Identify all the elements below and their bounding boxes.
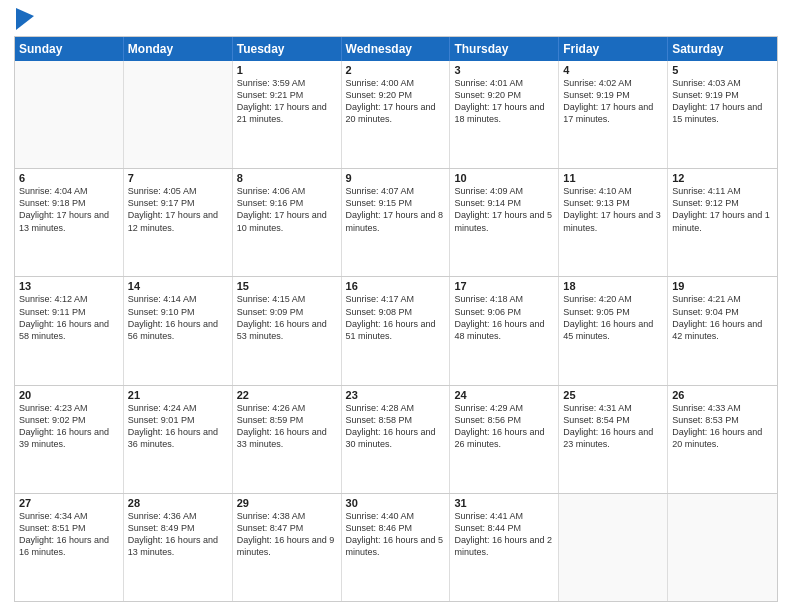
header-day-wednesday: Wednesday xyxy=(342,37,451,61)
day-number: 17 xyxy=(454,280,554,292)
day-number: 7 xyxy=(128,172,228,184)
calendar: SundayMondayTuesdayWednesdayThursdayFrid… xyxy=(14,36,778,602)
calendar-cell: 12Sunrise: 4:11 AM Sunset: 9:12 PM Dayli… xyxy=(668,169,777,276)
day-info: Sunrise: 4:24 AM Sunset: 9:01 PM Dayligh… xyxy=(128,402,228,451)
day-number: 25 xyxy=(563,389,663,401)
calendar-cell: 16Sunrise: 4:17 AM Sunset: 9:08 PM Dayli… xyxy=(342,277,451,384)
calendar-cell: 3Sunrise: 4:01 AM Sunset: 9:20 PM Daylig… xyxy=(450,61,559,168)
day-info: Sunrise: 4:40 AM Sunset: 8:46 PM Dayligh… xyxy=(346,510,446,559)
day-number: 30 xyxy=(346,497,446,509)
calendar-cell xyxy=(559,494,668,601)
day-number: 12 xyxy=(672,172,773,184)
day-number: 11 xyxy=(563,172,663,184)
day-number: 27 xyxy=(19,497,119,509)
calendar-cell: 23Sunrise: 4:28 AM Sunset: 8:58 PM Dayli… xyxy=(342,386,451,493)
day-info: Sunrise: 4:07 AM Sunset: 9:15 PM Dayligh… xyxy=(346,185,446,234)
calendar-row-4: 20Sunrise: 4:23 AM Sunset: 9:02 PM Dayli… xyxy=(15,385,777,493)
page-header xyxy=(14,10,778,30)
calendar-cell: 26Sunrise: 4:33 AM Sunset: 8:53 PM Dayli… xyxy=(668,386,777,493)
day-info: Sunrise: 4:06 AM Sunset: 9:16 PM Dayligh… xyxy=(237,185,337,234)
day-info: Sunrise: 4:03 AM Sunset: 9:19 PM Dayligh… xyxy=(672,77,773,126)
day-info: Sunrise: 4:14 AM Sunset: 9:10 PM Dayligh… xyxy=(128,293,228,342)
day-number: 10 xyxy=(454,172,554,184)
day-info: Sunrise: 4:18 AM Sunset: 9:06 PM Dayligh… xyxy=(454,293,554,342)
day-number: 28 xyxy=(128,497,228,509)
day-info: Sunrise: 4:29 AM Sunset: 8:56 PM Dayligh… xyxy=(454,402,554,451)
day-info: Sunrise: 4:26 AM Sunset: 8:59 PM Dayligh… xyxy=(237,402,337,451)
calendar-row-5: 27Sunrise: 4:34 AM Sunset: 8:51 PM Dayli… xyxy=(15,493,777,601)
day-number: 29 xyxy=(237,497,337,509)
day-info: Sunrise: 4:10 AM Sunset: 9:13 PM Dayligh… xyxy=(563,185,663,234)
calendar-cell: 5Sunrise: 4:03 AM Sunset: 9:19 PM Daylig… xyxy=(668,61,777,168)
calendar-cell: 4Sunrise: 4:02 AM Sunset: 9:19 PM Daylig… xyxy=(559,61,668,168)
day-number: 4 xyxy=(563,64,663,76)
calendar-cell: 8Sunrise: 4:06 AM Sunset: 9:16 PM Daylig… xyxy=(233,169,342,276)
day-info: Sunrise: 4:02 AM Sunset: 9:19 PM Dayligh… xyxy=(563,77,663,126)
day-info: Sunrise: 4:11 AM Sunset: 9:12 PM Dayligh… xyxy=(672,185,773,234)
day-info: Sunrise: 4:09 AM Sunset: 9:14 PM Dayligh… xyxy=(454,185,554,234)
calendar-cell: 13Sunrise: 4:12 AM Sunset: 9:11 PM Dayli… xyxy=(15,277,124,384)
day-info: Sunrise: 4:05 AM Sunset: 9:17 PM Dayligh… xyxy=(128,185,228,234)
header-day-tuesday: Tuesday xyxy=(233,37,342,61)
calendar-cell: 1Sunrise: 3:59 AM Sunset: 9:21 PM Daylig… xyxy=(233,61,342,168)
day-number: 6 xyxy=(19,172,119,184)
day-info: Sunrise: 4:20 AM Sunset: 9:05 PM Dayligh… xyxy=(563,293,663,342)
day-info: Sunrise: 4:34 AM Sunset: 8:51 PM Dayligh… xyxy=(19,510,119,559)
day-info: Sunrise: 4:33 AM Sunset: 8:53 PM Dayligh… xyxy=(672,402,773,451)
calendar-cell: 6Sunrise: 4:04 AM Sunset: 9:18 PM Daylig… xyxy=(15,169,124,276)
calendar-cell: 19Sunrise: 4:21 AM Sunset: 9:04 PM Dayli… xyxy=(668,277,777,384)
day-info: Sunrise: 4:01 AM Sunset: 9:20 PM Dayligh… xyxy=(454,77,554,126)
calendar-cell: 31Sunrise: 4:41 AM Sunset: 8:44 PM Dayli… xyxy=(450,494,559,601)
calendar-cell: 15Sunrise: 4:15 AM Sunset: 9:09 PM Dayli… xyxy=(233,277,342,384)
day-info: Sunrise: 4:31 AM Sunset: 8:54 PM Dayligh… xyxy=(563,402,663,451)
calendar-cell: 9Sunrise: 4:07 AM Sunset: 9:15 PM Daylig… xyxy=(342,169,451,276)
calendar-cell: 7Sunrise: 4:05 AM Sunset: 9:17 PM Daylig… xyxy=(124,169,233,276)
logo-icon xyxy=(16,8,34,30)
day-number: 8 xyxy=(237,172,337,184)
day-number: 18 xyxy=(563,280,663,292)
calendar-cell: 11Sunrise: 4:10 AM Sunset: 9:13 PM Dayli… xyxy=(559,169,668,276)
calendar-body: 1Sunrise: 3:59 AM Sunset: 9:21 PM Daylig… xyxy=(15,61,777,601)
calendar-cell: 21Sunrise: 4:24 AM Sunset: 9:01 PM Dayli… xyxy=(124,386,233,493)
day-info: Sunrise: 4:15 AM Sunset: 9:09 PM Dayligh… xyxy=(237,293,337,342)
day-number: 15 xyxy=(237,280,337,292)
day-number: 26 xyxy=(672,389,773,401)
calendar-cell: 10Sunrise: 4:09 AM Sunset: 9:14 PM Dayli… xyxy=(450,169,559,276)
day-number: 23 xyxy=(346,389,446,401)
calendar-cell: 18Sunrise: 4:20 AM Sunset: 9:05 PM Dayli… xyxy=(559,277,668,384)
calendar-cell: 20Sunrise: 4:23 AM Sunset: 9:02 PM Dayli… xyxy=(15,386,124,493)
calendar-cell: 24Sunrise: 4:29 AM Sunset: 8:56 PM Dayli… xyxy=(450,386,559,493)
day-number: 24 xyxy=(454,389,554,401)
day-number: 21 xyxy=(128,389,228,401)
day-number: 1 xyxy=(237,64,337,76)
day-number: 9 xyxy=(346,172,446,184)
day-info: Sunrise: 4:23 AM Sunset: 9:02 PM Dayligh… xyxy=(19,402,119,451)
day-info: Sunrise: 4:04 AM Sunset: 9:18 PM Dayligh… xyxy=(19,185,119,234)
day-info: Sunrise: 3:59 AM Sunset: 9:21 PM Dayligh… xyxy=(237,77,337,126)
day-info: Sunrise: 4:00 AM Sunset: 9:20 PM Dayligh… xyxy=(346,77,446,126)
calendar-cell: 28Sunrise: 4:36 AM Sunset: 8:49 PM Dayli… xyxy=(124,494,233,601)
day-number: 5 xyxy=(672,64,773,76)
header-day-saturday: Saturday xyxy=(668,37,777,61)
day-number: 13 xyxy=(19,280,119,292)
header-day-thursday: Thursday xyxy=(450,37,559,61)
day-number: 16 xyxy=(346,280,446,292)
day-number: 2 xyxy=(346,64,446,76)
day-info: Sunrise: 4:21 AM Sunset: 9:04 PM Dayligh… xyxy=(672,293,773,342)
calendar-cell xyxy=(15,61,124,168)
header-day-sunday: Sunday xyxy=(15,37,124,61)
calendar-cell: 25Sunrise: 4:31 AM Sunset: 8:54 PM Dayli… xyxy=(559,386,668,493)
calendar-cell: 14Sunrise: 4:14 AM Sunset: 9:10 PM Dayli… xyxy=(124,277,233,384)
day-info: Sunrise: 4:41 AM Sunset: 8:44 PM Dayligh… xyxy=(454,510,554,559)
day-info: Sunrise: 4:28 AM Sunset: 8:58 PM Dayligh… xyxy=(346,402,446,451)
calendar-header: SundayMondayTuesdayWednesdayThursdayFrid… xyxy=(15,37,777,61)
calendar-cell: 22Sunrise: 4:26 AM Sunset: 8:59 PM Dayli… xyxy=(233,386,342,493)
day-number: 20 xyxy=(19,389,119,401)
day-number: 31 xyxy=(454,497,554,509)
day-info: Sunrise: 4:17 AM Sunset: 9:08 PM Dayligh… xyxy=(346,293,446,342)
svg-marker-0 xyxy=(16,8,34,30)
header-day-friday: Friday xyxy=(559,37,668,61)
calendar-cell: 17Sunrise: 4:18 AM Sunset: 9:06 PM Dayli… xyxy=(450,277,559,384)
calendar-cell: 29Sunrise: 4:38 AM Sunset: 8:47 PM Dayli… xyxy=(233,494,342,601)
header-day-monday: Monday xyxy=(124,37,233,61)
